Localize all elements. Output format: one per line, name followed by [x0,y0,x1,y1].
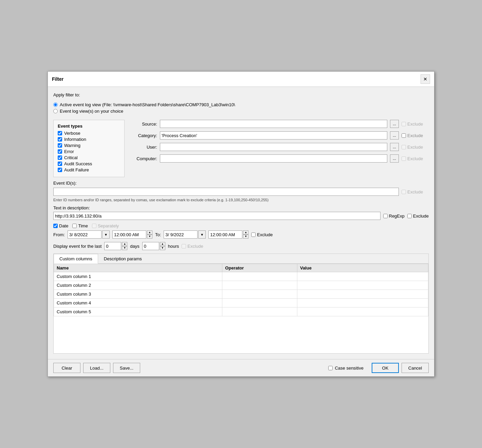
checkbox-error[interactable]: Error [58,149,120,154]
checkbox-error-input[interactable] [58,149,62,154]
text-description-input[interactable] [53,212,381,220]
checkbox-warning-input[interactable] [58,143,62,148]
radio-choice-log[interactable]: Event log view(s) on your choice [53,109,429,114]
text-exclude-checkbox[interactable] [407,214,412,218]
checkbox-audit-failure-input[interactable] [58,168,62,172]
event-id-section: Event ID(s): Exclude Enter ID numbers an… [53,181,429,202]
text-exclude-label: Exclude [413,213,429,219]
source-exclude-checkbox [402,122,406,126]
from-time-down[interactable]: ▼ [147,235,152,239]
computer-input[interactable] [160,154,387,163]
from-date-input[interactable] [68,230,101,239]
computer-exclude-checkbox [402,156,406,161]
radio-active-log[interactable]: Active event log view (File: \\vmware-ho… [53,102,429,107]
user-exclude: Exclude [402,145,429,150]
checkbox-information-input[interactable] [58,137,62,142]
separately-checkbox-row: Separately [92,223,119,228]
table-row: Custom column 1 [54,272,428,281]
text-description-row: RegExp Exclude [53,212,429,220]
days-input[interactable] [104,242,121,250]
ok-button[interactable]: OK [372,363,399,373]
days-down[interactable]: ▼ [122,246,127,250]
checkbox-verbose-input[interactable] [58,131,62,135]
from-time-up[interactable]: ▲ [147,230,152,235]
row3-val [297,290,428,299]
user-exclude-checkbox [402,145,406,149]
save-button[interactable]: Save... [113,363,140,373]
checkbox-audit-failure-label: Audit Failure [64,167,89,172]
days-up[interactable]: ▲ [122,242,127,246]
load-button[interactable]: Load... [83,363,110,373]
checkbox-verbose-label: Verbose [64,131,80,136]
hours-group: ▲ ▼ [142,242,165,250]
event-id-row: Exclude [53,188,429,196]
to-date-input[interactable] [164,230,198,239]
row5-val [297,307,428,316]
display-event-row: Display event for the last ▲ ▼ days ▲ ▼ … [53,242,429,250]
date-exclude-row: Exclude [251,232,273,237]
hours-spinner: ▲ ▼ [160,242,165,250]
case-sensitive-checkbox[interactable] [328,366,333,370]
source-dots-button[interactable]: ... [390,120,399,128]
user-input[interactable] [160,143,387,151]
category-input[interactable] [160,131,387,139]
computer-dots-button[interactable]: ... [390,154,399,163]
checkbox-audit-failure[interactable]: Audit Failure [58,167,120,172]
checkbox-verbose[interactable]: Verbose [58,131,120,136]
cancel-button[interactable]: Cancel [402,363,429,373]
row4-op [222,299,297,307]
time-checkbox[interactable] [72,224,77,228]
apply-filter-options: Active event log view (File: \\vmware-ho… [53,102,429,114]
category-exclude-checkbox[interactable] [402,133,406,138]
tab-description-params[interactable]: Description params [98,254,148,264]
checkbox-warning-label: Warning [64,143,80,148]
close-button[interactable]: ✕ [421,74,430,84]
event-id-label: Event ID(s): [53,181,429,186]
checkbox-critical-input[interactable] [58,155,62,160]
radio-active-log-input[interactable] [53,102,58,107]
to-time-down[interactable]: ▼ [243,235,248,239]
checkbox-audit-success[interactable]: Audit Success [58,161,120,166]
checkbox-warning[interactable]: Warning [58,143,120,148]
hours-up[interactable]: ▲ [160,242,165,246]
hours-input[interactable] [142,242,159,250]
event-id-input[interactable] [53,188,399,196]
row4-name: Custom column 4 [54,299,222,307]
footer: Clear Load... Save... Case sensitive OK … [48,359,434,376]
col-header-operator: Operator [222,264,297,272]
regexp-checkbox[interactable] [383,214,388,218]
date-checkbox[interactable] [53,224,58,228]
row4-val [297,299,428,307]
checkbox-audit-success-input[interactable] [58,162,62,166]
row5-op [222,307,297,316]
apply-filter-label: Apply filter to: [53,92,429,97]
hours-down[interactable]: ▼ [160,246,165,250]
date-checks-row: Date Time Separately [53,223,429,228]
from-time-input[interactable] [112,230,146,239]
category-label: Category: [130,133,157,138]
row2-name: Custom column 2 [54,281,222,290]
text-description-label: Text in description: [53,205,429,210]
category-dots-button[interactable]: ... [390,131,399,139]
to-date-calendar-button[interactable]: ▼ [198,230,206,239]
user-dots-button[interactable]: ... [390,143,399,151]
to-time-input[interactable] [208,230,242,239]
regexp-label: RegExp [389,213,405,219]
row1-op [222,272,297,281]
case-sensitive-label: Case sensitive [335,366,364,371]
from-date-calendar-button[interactable]: ▼ [102,230,110,239]
checkbox-information[interactable]: Information [58,137,120,142]
from-time-spinner: ▲ ▼ [147,230,152,239]
to-time-up[interactable]: ▲ [243,230,248,235]
radio-choice-log-label: Event log view(s) on your choice [60,109,123,114]
radio-choice-log-input[interactable] [53,109,58,113]
separately-checkbox [92,224,96,228]
clear-button[interactable]: Clear [53,363,80,373]
checkbox-critical[interactable]: Critical [58,155,120,160]
source-input[interactable] [160,120,387,128]
col-header-name: Name [54,264,222,272]
case-sensitive-row: Case sensitive [328,366,364,371]
tab-custom-columns[interactable]: Custom columns [54,254,98,264]
date-exclude-checkbox[interactable] [251,232,256,237]
row3-name: Custom column 3 [54,290,222,299]
